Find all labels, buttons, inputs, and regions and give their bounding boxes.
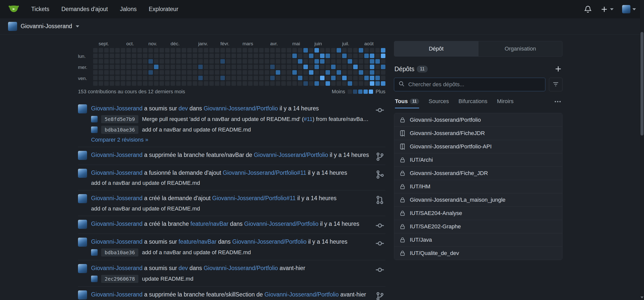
heatmap-cell[interactable]: [93, 76, 98, 80]
heatmap-cell[interactable]: [154, 59, 158, 64]
heatmap-cell[interactable]: [126, 48, 131, 53]
heatmap-cell[interactable]: [331, 48, 336, 53]
heatmap-cell[interactable]: [248, 54, 253, 58]
heatmap-cell[interactable]: [342, 81, 347, 86]
heatmap-cell[interactable]: [320, 48, 325, 53]
activity-avatar[interactable]: [78, 220, 87, 229]
heatmap-cell[interactable]: [137, 70, 142, 75]
repo-list-item[interactable]: IUT/IHM: [394, 180, 562, 193]
heatmap-cell[interactable]: [359, 48, 363, 53]
heatmap-cell[interactable]: [359, 70, 363, 75]
heatmap-cell[interactable]: [370, 65, 374, 69]
heatmap-cell[interactable]: [204, 65, 208, 69]
heatmap-cell[interactable]: [182, 65, 186, 69]
heatmap-cell[interactable]: [287, 70, 291, 75]
heatmap-cell[interactable]: [220, 81, 225, 86]
heatmap-cell[interactable]: [314, 54, 319, 58]
heatmap-cell[interactable]: [248, 65, 253, 69]
heatmap-cell[interactable]: [110, 54, 114, 58]
text-link[interactable]: Giovanni-Josserand/Portfolio: [244, 221, 318, 227]
heatmap-cell[interactable]: [93, 70, 98, 75]
tab-depot[interactable]: Dépôt: [394, 41, 478, 56]
heatmap-cell[interactable]: [320, 70, 325, 75]
heatmap-cell[interactable]: [115, 81, 120, 86]
text-link[interactable]: Giovanni-Josserand: [91, 169, 143, 176]
heatmap-cell[interactable]: [132, 70, 136, 75]
heatmap-cell[interactable]: [137, 54, 142, 58]
user-menu-button[interactable]: [622, 5, 636, 13]
heatmap-cell[interactable]: [259, 76, 264, 80]
heatmap-cell[interactable]: [259, 70, 264, 75]
heatmap-cell[interactable]: [159, 48, 164, 53]
repo-list-item[interactable]: IUT/Qualite_de_dev: [394, 246, 562, 260]
activity-avatar[interactable]: [78, 238, 87, 247]
heatmap-cell[interactable]: [348, 70, 352, 75]
heatmap-cell[interactable]: [165, 76, 170, 80]
heatmap-cell[interactable]: [204, 70, 208, 75]
heatmap-cell[interactable]: [254, 48, 258, 53]
heatmap-cell[interactable]: [110, 81, 114, 86]
heatmap-cell[interactable]: [215, 54, 219, 58]
heatmap-cell[interactable]: [121, 48, 125, 53]
heatmap-cell[interactable]: [303, 81, 308, 86]
heatmap-cell[interactable]: [375, 65, 380, 69]
heatmap-cell[interactable]: [281, 76, 286, 80]
heatmap-cell[interactable]: [353, 81, 358, 86]
heatmap-cell[interactable]: [187, 48, 192, 53]
heatmap-cell[interactable]: [281, 59, 286, 64]
repo-list-item[interactable]: IUT/SAE202-Graphe: [394, 220, 562, 233]
heatmap-cell[interactable]: [143, 70, 147, 75]
heatmap-cell[interactable]: [148, 70, 153, 75]
heatmap-cell[interactable]: [265, 76, 269, 80]
heatmap-cell[interactable]: [237, 48, 242, 53]
heatmap-cell[interactable]: [270, 54, 275, 58]
heatmap-cell[interactable]: [204, 59, 208, 64]
heatmap-cell[interactable]: [176, 65, 181, 69]
heatmap-cell[interactable]: [148, 81, 153, 86]
heatmap-cell[interactable]: [381, 48, 385, 53]
repo-list-item[interactable]: IUT/Archi: [394, 153, 562, 166]
heatmap-cell[interactable]: [265, 48, 269, 53]
page-scrollbar[interactable]: [640, 0, 644, 300]
heatmap-cell[interactable]: [359, 81, 363, 86]
heatmap-cell[interactable]: [342, 76, 347, 80]
heatmap-cell[interactable]: [99, 81, 103, 86]
heatmap-cell[interactable]: [132, 65, 136, 69]
heatmap-cell[interactable]: [331, 70, 336, 75]
navbar-link[interactable]: Jalons: [120, 6, 137, 13]
heatmap-cell[interactable]: [364, 76, 369, 80]
heatmap-cell[interactable]: [259, 48, 264, 53]
heatmap-cell[interactable]: [143, 59, 147, 64]
heatmap-cell[interactable]: [281, 70, 286, 75]
heatmap-cell[interactable]: [342, 54, 347, 58]
heatmap-cell[interactable]: [276, 54, 280, 58]
heatmap-cell[interactable]: [209, 76, 214, 80]
heatmap-cell[interactable]: [154, 70, 158, 75]
heatmap-cell[interactable]: [226, 59, 230, 64]
heatmap-cell[interactable]: [292, 48, 297, 53]
heatmap-cell[interactable]: [292, 65, 297, 69]
activity-avatar[interactable]: [78, 104, 87, 113]
heatmap-cell[interactable]: [132, 48, 136, 53]
heatmap-cell[interactable]: [359, 59, 363, 64]
text-link[interactable]: dev: [179, 265, 188, 271]
heatmap-cell[interactable]: [99, 54, 103, 58]
heatmap-cell[interactable]: [110, 65, 114, 69]
heatmap-cell[interactable]: [137, 59, 142, 64]
heatmap-cell[interactable]: [193, 59, 197, 64]
activity-avatar[interactable]: [78, 194, 87, 203]
navbar-link[interactable]: Explorateur: [149, 6, 178, 13]
heatmap-cell[interactable]: [303, 65, 308, 69]
heatmap-cell[interactable]: [104, 59, 109, 64]
heatmap-cell[interactable]: [204, 48, 208, 53]
heatmap-cell[interactable]: [171, 65, 175, 69]
heatmap-cell[interactable]: [298, 65, 302, 69]
heatmap-cell[interactable]: [254, 59, 258, 64]
heatmap-cell[interactable]: [331, 59, 336, 64]
repo-list-item[interactable]: IUT/Java: [394, 233, 562, 246]
heatmap-cell[interactable]: [209, 59, 214, 64]
heatmap-cell[interactable]: [132, 81, 136, 86]
gitea-logo-icon[interactable]: [8, 4, 20, 15]
heatmap-cell[interactable]: [381, 65, 385, 69]
heatmap-cell[interactable]: [348, 54, 352, 58]
